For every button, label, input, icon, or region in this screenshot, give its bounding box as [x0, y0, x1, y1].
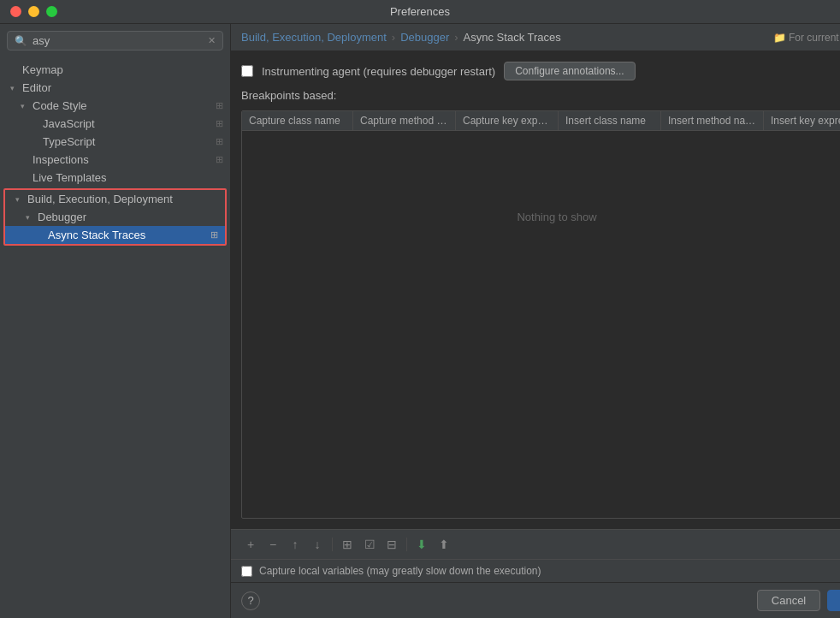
col-insert-class[interactable]: Insert class name	[559, 111, 661, 130]
capture-local-label: Capture local variables (may greatly slo…	[259, 565, 541, 577]
breadcrumb-part-1[interactable]: Build, Execution, Deployment	[241, 31, 387, 44]
copy-button[interactable]: ⊞	[338, 535, 357, 554]
sidebar-item-inspections[interactable]: Inspections ⊞	[0, 151, 230, 169]
instrumenting-label: Instrumenting agent (requires debugger r…	[262, 65, 495, 78]
breadcrumb-part-2[interactable]: Debugger	[400, 31, 449, 44]
search-box[interactable]: 🔍 ✕	[7, 31, 223, 51]
uncheck-all-button[interactable]: ⊟	[382, 535, 401, 554]
project-icon: 📁	[773, 32, 786, 44]
instrumenting-checkbox[interactable]	[241, 65, 253, 77]
empty-state-label: Nothing to show	[517, 211, 596, 223]
search-input[interactable]	[33, 34, 203, 47]
sidebar: 🔍 ✕ Keymap Editor Code Style ⊞ JavaScrip…	[0, 24, 231, 618]
check-all-button[interactable]: ☑	[360, 535, 379, 554]
ok-button[interactable]: OK	[827, 590, 840, 611]
sidebar-item-build[interactable]: Build, Execution, Deployment	[5, 190, 225, 208]
help-button[interactable]: ?	[241, 591, 260, 610]
table-body: Nothing to show	[242, 131, 840, 302]
build-execution-group: Build, Execution, Deployment Debugger As…	[3, 188, 227, 246]
search-clear-icon[interactable]: ✕	[208, 35, 216, 46]
breadcrumb-sep-2: ›	[454, 31, 458, 44]
sidebar-item-async-stack-traces[interactable]: Async Stack Traces ⊞	[5, 226, 225, 244]
js-icon: ⊞	[216, 118, 223, 129]
toolbar-separator-1	[332, 538, 333, 551]
instrumenting-row: Instrumenting agent (requires debugger r…	[241, 62, 840, 80]
breadcrumb-current-project: 📁 For current project	[773, 32, 840, 44]
col-insert-key[interactable]: Insert key expressi...	[764, 111, 840, 130]
export-button[interactable]: ⬆	[435, 535, 453, 554]
sidebar-item-typescript[interactable]: TypeScript ⊞	[0, 133, 230, 151]
col-insert-method[interactable]: Insert method name	[661, 111, 764, 130]
remove-button[interactable]: −	[263, 535, 282, 554]
async-icon: ⊞	[210, 229, 218, 241]
close-button[interactable]	[10, 6, 21, 17]
breadcrumb-sep-1: ›	[392, 31, 395, 44]
toolbar-separator-2	[406, 538, 407, 551]
minimize-button[interactable]	[28, 6, 39, 17]
add-button[interactable]: +	[241, 535, 260, 554]
window-title: Preferences	[390, 5, 450, 18]
capture-local-row: Capture local variables (may greatly slo…	[231, 559, 840, 582]
breakpoints-table: Capture class name Capture method n... C…	[241, 110, 840, 519]
sidebar-item-keymap[interactable]: Keymap	[0, 61, 230, 79]
move-down-button[interactable]: ↓	[308, 535, 327, 554]
bottom-toolbar: + − ↑ ↓ ⊞ ☑ ⊟ ⬇ ⬆	[231, 529, 840, 559]
arrow-debugger	[26, 213, 34, 222]
maximize-button[interactable]	[46, 6, 57, 17]
window-controls[interactable]	[10, 6, 57, 17]
col-capture-class[interactable]: Capture class name	[242, 111, 353, 130]
inspections-icon: ⊞	[216, 154, 223, 165]
search-icon: 🔍	[15, 35, 27, 47]
configure-annotations-button[interactable]: Configure annotations...	[504, 62, 635, 80]
col-capture-method[interactable]: Capture method n...	[353, 111, 456, 130]
col-capture-key[interactable]: Capture key expre...	[456, 111, 559, 130]
table-header: Capture class name Capture method n... C…	[242, 111, 840, 131]
cancel-button[interactable]: Cancel	[757, 590, 820, 611]
move-up-button[interactable]: ↑	[286, 535, 305, 554]
import-button[interactable]: ⬇	[412, 535, 431, 554]
code-style-icon: ⊞	[216, 100, 223, 111]
arrow-editor	[10, 84, 19, 92]
content-body: Instrumenting agent (requires debugger r…	[231, 51, 840, 529]
ts-icon: ⊞	[216, 136, 223, 147]
breadcrumb-part-3: Async Stack Traces	[464, 31, 561, 44]
arrow-code-style	[21, 102, 29, 110]
breakpoints-label: Breakpoints based:	[241, 89, 840, 102]
content-area: Build, Execution, Deployment › Debugger …	[231, 24, 840, 618]
sidebar-item-debugger[interactable]: Debugger	[5, 208, 225, 226]
footer: ? Cancel OK	[231, 582, 840, 618]
sidebar-item-editor[interactable]: Editor	[0, 79, 230, 97]
sidebar-item-live-templates[interactable]: Live Templates	[0, 169, 230, 187]
main-container: 🔍 ✕ Keymap Editor Code Style ⊞ JavaScrip…	[0, 24, 840, 618]
arrow-build	[15, 195, 24, 204]
capture-local-checkbox[interactable]	[241, 566, 252, 577]
title-bar: Preferences	[0, 0, 840, 24]
breadcrumb: Build, Execution, Deployment › Debugger …	[231, 24, 840, 51]
sidebar-item-javascript[interactable]: JavaScript ⊞	[0, 115, 230, 133]
sidebar-item-code-style[interactable]: Code Style ⊞	[0, 97, 230, 115]
sidebar-tree: Keymap Editor Code Style ⊞ JavaScript ⊞ …	[0, 57, 230, 618]
